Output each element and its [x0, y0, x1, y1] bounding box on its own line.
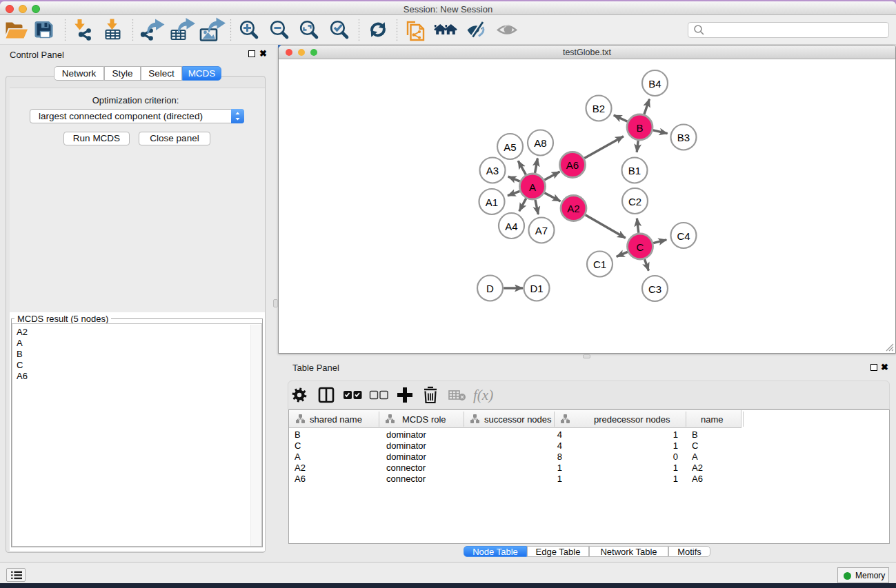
svg-text:A4: A4: [505, 221, 517, 232]
svg-text:B: B: [636, 122, 643, 134]
svg-text:A3: A3: [486, 165, 499, 176]
svg-text:D: D: [486, 283, 494, 294]
svg-text:A5: A5: [504, 141, 516, 153]
svg-text:A2: A2: [567, 203, 579, 214]
svg-text:C4: C4: [677, 230, 690, 242]
svg-text:C2: C2: [628, 196, 641, 207]
svg-text:B3: B3: [677, 132, 690, 143]
svg-text:A: A: [529, 181, 536, 193]
svg-text:A8: A8: [534, 137, 546, 149]
svg-text:C1: C1: [593, 258, 606, 270]
svg-text:C3: C3: [648, 283, 661, 295]
svg-text:C: C: [637, 241, 644, 253]
svg-text:B1: B1: [628, 165, 641, 176]
svg-text:B2: B2: [593, 103, 605, 114]
svg-text:A1: A1: [486, 196, 498, 208]
svg-text:D1: D1: [530, 283, 543, 294]
svg-text:A7: A7: [535, 225, 548, 236]
svg-text:f(x): f(x): [473, 387, 493, 403]
svg-text:A6: A6: [566, 159, 579, 171]
svg-text:B4: B4: [648, 78, 661, 90]
